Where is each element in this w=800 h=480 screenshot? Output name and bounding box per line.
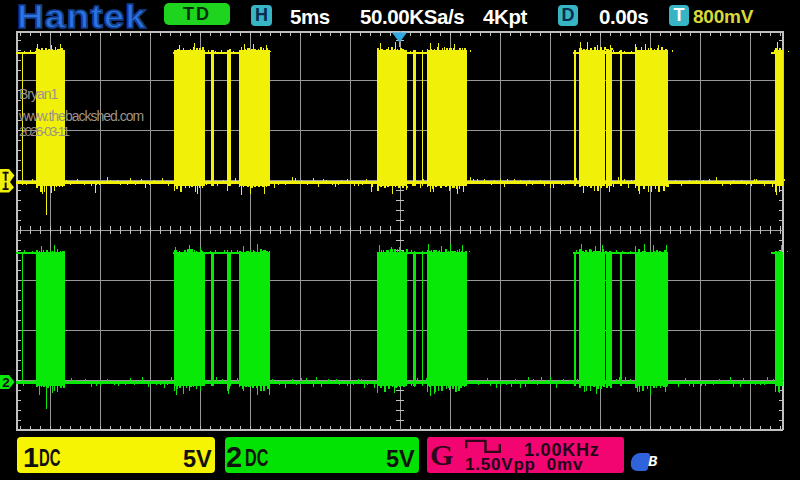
svg-text:2: 2 (2, 375, 10, 390)
